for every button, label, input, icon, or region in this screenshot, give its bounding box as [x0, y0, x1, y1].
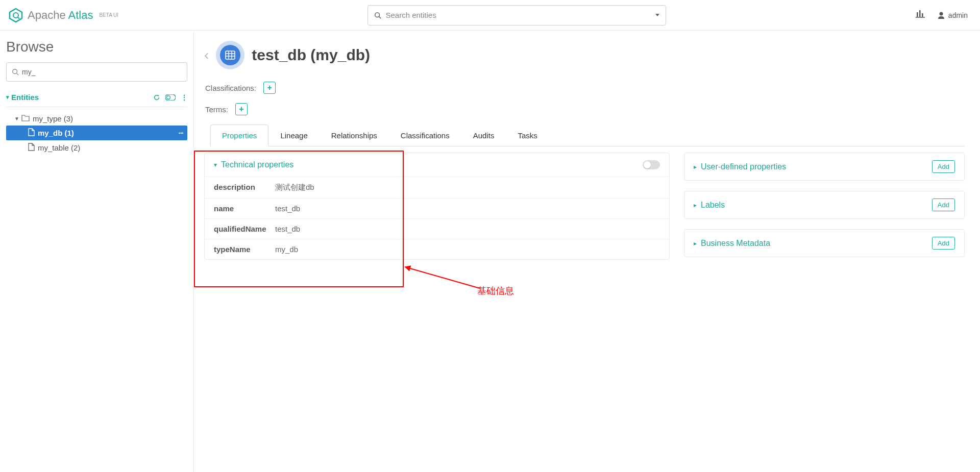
stats-icon[interactable]: [916, 10, 925, 20]
search-icon: [12, 68, 19, 76]
user-defined-properties-panel: ▸ User-defined properties Add: [684, 153, 965, 181]
entity-type-icon: [216, 41, 244, 69]
user-menu[interactable]: admin: [937, 11, 968, 19]
tab-tasks[interactable]: Tasks: [506, 125, 549, 146]
labels-panel: ▸ Labels Add: [684, 191, 965, 219]
entities-section-title[interactable]: ▾ Entities: [6, 93, 39, 102]
entity-tree: ▼ my_type (3) my_db (1) ··· my_table (2): [6, 111, 187, 155]
business-metadata-panel: ▸ Business Metadata Add: [684, 229, 965, 257]
search-dropdown-icon[interactable]: [655, 14, 659, 16]
user-icon: [937, 11, 945, 19]
add-term-button[interactable]: +: [235, 103, 248, 115]
prop-row: name test_db: [205, 198, 669, 219]
back-button[interactable]: ‹: [204, 47, 209, 63]
classifications-label: Classifications:: [205, 84, 256, 92]
page-title: test_db (my_db): [252, 46, 370, 64]
tree-node-my-db[interactable]: my_db (1) ···: [6, 126, 187, 140]
panel-title[interactable]: ▸ User-defined properties: [694, 162, 786, 171]
chevron-right-icon: ▸: [694, 163, 697, 170]
add-button[interactable]: Add: [932, 198, 955, 211]
toggle-deleted-icon[interactable]: [165, 94, 176, 101]
global-search[interactable]: [368, 5, 666, 26]
svg-rect-15: [226, 51, 235, 59]
sidebar-filter[interactable]: [6, 62, 187, 82]
annotation-arrow: [403, 263, 485, 293]
sidebar: Browse ▾ Entities ⋮ ▼ my_type (3): [0, 31, 194, 472]
panel-title[interactable]: ▾ Technical properties: [214, 160, 293, 169]
browse-title: Browse: [6, 39, 187, 55]
prop-key: name: [214, 204, 275, 213]
tab-properties[interactable]: Properties: [210, 125, 268, 146]
logo-icon: [8, 8, 23, 23]
user-name: admin: [948, 11, 968, 19]
svg-rect-8: [922, 13, 923, 17]
svg-line-4: [379, 16, 381, 18]
filter-input[interactable]: [19, 68, 182, 76]
file-icon: [28, 143, 35, 153]
search-icon: [374, 12, 381, 19]
prop-row: typeName my_db: [205, 239, 669, 259]
chevron-down-icon: ▾: [6, 94, 9, 101]
prop-key: description: [214, 183, 275, 192]
tab-audits[interactable]: Audits: [461, 125, 506, 146]
prop-value: test_db: [275, 225, 300, 233]
folder-icon: [21, 114, 30, 123]
technical-properties-panel: ▾ Technical properties description 测试创建d…: [204, 153, 670, 260]
logo[interactable]: Apache Atlas BETA UI: [8, 8, 118, 23]
add-button[interactable]: Add: [932, 160, 955, 173]
svg-point-14: [167, 95, 170, 99]
caret-down-icon: ▼: [14, 116, 19, 121]
tree-label: my_type (3): [33, 114, 73, 123]
prop-key: typeName: [214, 245, 275, 254]
svg-line-2: [18, 17, 20, 19]
detail-tabs: Properties Lineage Relationships Classif…: [210, 125, 965, 146]
svg-point-9: [939, 12, 943, 15]
svg-point-3: [375, 12, 380, 17]
show-empty-toggle[interactable]: [643, 160, 660, 169]
prop-value: 测试创建db: [275, 183, 314, 192]
chevron-down-icon: ▾: [214, 161, 217, 168]
logo-text: Apache Atlas: [28, 9, 93, 22]
logo-subtext: BETA UI: [99, 12, 118, 18]
tree-label: my_db (1): [38, 129, 74, 137]
file-icon: [28, 128, 35, 138]
chevron-right-icon: ▸: [694, 240, 697, 247]
prop-row: description 测试创建db: [205, 177, 669, 198]
terms-label: Terms:: [205, 105, 228, 114]
panel-title[interactable]: ▸ Labels: [694, 201, 725, 210]
tab-lineage[interactable]: Lineage: [268, 125, 319, 146]
tree-node-my-type[interactable]: ▼ my_type (3): [6, 111, 187, 126]
tree-label: my_table (2): [38, 143, 80, 152]
main-content: ‹ test_db (my_db) Classifications: + Ter…: [194, 31, 980, 472]
more-icon[interactable]: ⋮: [181, 93, 187, 102]
svg-marker-12: [158, 94, 160, 96]
svg-line-21: [408, 268, 480, 288]
chevron-right-icon: ▸: [694, 202, 697, 209]
prop-value: test_db: [275, 204, 300, 213]
svg-rect-7: [919, 10, 921, 17]
annotation-label: 基础信息: [477, 285, 514, 297]
panel-title[interactable]: ▸ Business Metadata: [694, 239, 770, 248]
tree-node-my-table[interactable]: my_table (2): [6, 140, 187, 155]
prop-row: qualifiedName test_db: [205, 219, 669, 239]
search-input[interactable]: [381, 11, 655, 19]
add-button[interactable]: Add: [932, 237, 955, 250]
prop-key: qualifiedName: [214, 225, 275, 233]
svg-point-10: [13, 69, 17, 74]
more-icon[interactable]: ···: [178, 129, 183, 137]
svg-line-11: [17, 73, 19, 76]
tab-classifications[interactable]: Classifications: [389, 125, 461, 146]
refresh-icon[interactable]: [153, 94, 160, 101]
app-header: Apache Atlas BETA UI admin: [0, 0, 980, 31]
svg-rect-6: [917, 12, 918, 17]
svg-marker-0: [10, 9, 22, 22]
tab-relationships[interactable]: Relationships: [320, 125, 389, 146]
prop-value: my_db: [275, 245, 298, 254]
add-classification-button[interactable]: +: [263, 82, 276, 94]
